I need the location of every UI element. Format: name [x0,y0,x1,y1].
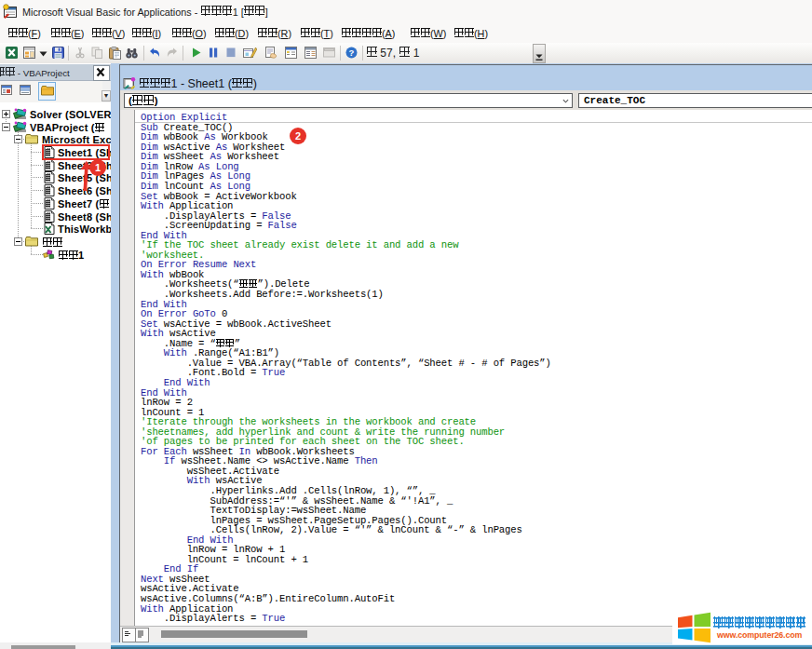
svg-text:?: ? [349,47,355,58]
